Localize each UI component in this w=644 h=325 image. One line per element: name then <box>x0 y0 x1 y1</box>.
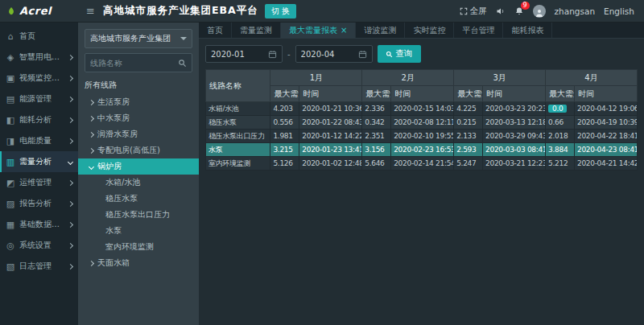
sidebar-item-report-analysis[interactable]: ▨ 报告分析 <box>0 193 78 214</box>
tree-item-indoor-environment[interactable]: 室内环境监测 <box>78 239 199 255</box>
switch-project-button[interactable]: 切 换 <box>265 4 296 19</box>
table-row-selected[interactable]: 水泵 3.215 2020-01-23 13:41:00 3.156 2020-… <box>206 143 638 157</box>
tab-max-demand-report[interactable]: 最大需量报表 × <box>281 23 356 38</box>
tree-item-water-pump[interactable]: 水泵 <box>78 223 199 239</box>
settings-icon: ◎ <box>6 241 15 251</box>
brand-logo: Acrel <box>0 5 78 17</box>
sidebar-item-logs[interactable]: ▧ 日志管理 <box>0 256 78 277</box>
tab-label: 谐波监测 <box>364 25 396 36</box>
time-cell: 2020-03-21 12:23:00 <box>483 157 546 171</box>
demand-analysis-icon: ▥ <box>6 157 15 167</box>
max-demand-cell: 4.203 <box>270 102 299 116</box>
tab-platform-management[interactable]: 平台管理 <box>454 23 503 38</box>
max-demand-cell: 0.215 <box>454 116 483 130</box>
start-month-value[interactable] <box>211 50 262 59</box>
tab-realtime-monitor[interactable]: 实时监控 <box>405 23 454 38</box>
table-row[interactable]: 水箱/水池 4.203 2020-01-21 10:36:00 2.336 20… <box>206 102 638 116</box>
chevron-right-icon <box>68 75 73 80</box>
max-demand-cell: 0.0 <box>546 102 575 116</box>
notifications-button[interactable]: 9 <box>514 6 524 16</box>
end-month-value[interactable] <box>301 50 353 59</box>
organization-select[interactable]: 高地城市服务产业集团 <box>85 29 192 48</box>
table-row[interactable]: 室内环境监测 5.126 2020-01-02 12:48:00 5.646 2… <box>206 157 638 171</box>
sidebar-item-settings[interactable]: ◎ 系统设置 <box>0 235 78 256</box>
tab-home[interactable]: 首页 <box>199 23 232 38</box>
sidebar-item-label: 首页 <box>19 31 35 42</box>
chevron-right-icon <box>89 131 94 137</box>
tab-label: 平台管理 <box>462 25 494 36</box>
time-cell: 2020-02-23 16:53:00 <box>391 143 454 157</box>
tab-label: 能耗报表 <box>511 25 543 36</box>
time-cell: 2020-01-12 14:22:00 <box>299 130 362 143</box>
tree-item-label: 室内环境监测 <box>105 241 154 253</box>
sidebar-item-home[interactable]: ⌂ 首页 <box>0 26 78 47</box>
column-header-max-demand: 最大需量 <box>362 86 391 102</box>
sidebar-item-base-data[interactable]: ▦ 基础数据管理 <box>0 214 78 235</box>
table-row[interactable]: 稳压水泵 0.556 2020-01-22 08:43:00 0.342 202… <box>206 116 638 130</box>
search-icon <box>178 59 187 68</box>
time-cell: 2020-04-12 19:06:00 <box>574 102 637 116</box>
base-data-icon: ▦ <box>6 220 15 230</box>
tree-item-reclaimed-water-pump-room[interactable]: 中水泵房 <box>78 110 199 126</box>
menu-collapse-icon[interactable]: ≡ <box>86 5 95 17</box>
query-button[interactable]: 查询 <box>378 45 421 63</box>
max-demand-cell: 0.342 <box>362 116 391 130</box>
start-month-picker[interactable] <box>205 45 283 63</box>
speaker-icon <box>496 6 506 16</box>
sidebar-item-smart-electricity[interactable]: ◈ 智慧用电子系统 <box>0 47 78 68</box>
tree-item-roof-water-tank[interactable]: 天面水箱 <box>78 255 199 271</box>
time-cell: 2020-03-23 20:23:00 <box>483 102 546 116</box>
sidebar-item-operations[interactable]: ◩ 运维管理 <box>0 172 78 193</box>
max-demand-cell: 3.156 <box>362 143 391 157</box>
fullscreen-button[interactable]: 全屏 <box>460 6 487 17</box>
language-toggle[interactable]: English <box>604 6 634 16</box>
tree-item-boiler-room[interactable]: 锅炉房 <box>78 158 199 175</box>
username-menu[interactable]: zhangsan <box>555 6 595 16</box>
sidebar-item-power-quality[interactable]: ◨ 电能质量 <box>0 130 78 151</box>
tree-item-label: 锅炉房 <box>97 161 122 172</box>
chevron-right-icon <box>89 147 94 153</box>
max-demand-cell: 2.133 <box>454 130 483 143</box>
column-header-max-demand: 最大需量 <box>546 86 575 102</box>
calendar-icon <box>358 50 367 59</box>
sidebar-item-energy-analysis[interactable]: ◧ 能耗分析 <box>0 109 78 130</box>
notification-badge: 9 <box>521 2 530 10</box>
tree-item-label: 稳压水泵 <box>105 193 138 204</box>
sidebar-item-label: 日志管理 <box>19 261 52 272</box>
tree-item-pressure-pump[interactable]: 稳压水泵 <box>78 191 199 207</box>
end-month-picker[interactable] <box>295 45 373 63</box>
max-demand-cell: 5.247 <box>454 157 483 171</box>
home-icon: ⌂ <box>6 31 15 42</box>
tree-item-substation-room[interactable]: 专配电房(高低压) <box>78 142 199 158</box>
tab-energy-report[interactable]: 能耗报表 <box>503 23 552 38</box>
tree-item-water-tank[interactable]: 水箱/水池 <box>78 175 199 191</box>
power-quality-icon: ◨ <box>6 136 15 146</box>
energy-management-icon: ▤ <box>6 94 15 105</box>
sidebar-item-label: 能源管理 <box>19 93 52 105</box>
tree-item-lubrication-pump-room[interactable]: 润滑水泵房 <box>78 126 199 142</box>
close-icon[interactable]: × <box>341 27 347 35</box>
line-search-box <box>85 53 192 72</box>
tab-harmonic-monitor[interactable]: 谐波监测 <box>356 23 405 38</box>
line-name-cell: 室内环境监测 <box>206 157 270 171</box>
sound-button[interactable] <box>496 6 506 16</box>
query-button-label: 查询 <box>396 48 413 60</box>
chevron-right-icon <box>89 115 94 121</box>
column-header-max-demand: 最大需量 <box>454 86 483 102</box>
tree-item-life-pump-room[interactable]: 生活泵房 <box>78 94 199 110</box>
sidebar-item-demand-analysis[interactable]: ▥ 需量分析 <box>0 151 78 172</box>
column-header-max-demand: 最大需量 <box>270 86 299 102</box>
sidebar-item-energy-management[interactable]: ▤ 能源管理 <box>0 88 78 109</box>
time-cell: 2020-03-29 09:43:00 <box>483 130 546 143</box>
sidebar-item-video-monitor[interactable]: ▣ 视频监控子系统 <box>0 68 78 88</box>
tree-item-label: 生活泵房 <box>97 97 130 108</box>
table-row[interactable]: 稳压水泵出口压力 1.981 2020-01-12 14:22:00 2.351… <box>206 130 638 143</box>
tree-item-pressure-pump-outlet[interactable]: 稳压水泵出口压力 <box>78 207 199 223</box>
organization-select-value: 高地城市服务产业集团 <box>90 33 171 44</box>
column-header-month: 2月 <box>362 70 454 86</box>
tab-demand-monitor[interactable]: 需量监测 <box>232 23 281 38</box>
sidebar-item-label: 需量分析 <box>19 156 52 167</box>
tree-root-all-lines[interactable]: 所有线路 <box>85 80 192 91</box>
user-avatar[interactable] <box>533 5 546 18</box>
line-search-input[interactable] <box>90 59 175 68</box>
